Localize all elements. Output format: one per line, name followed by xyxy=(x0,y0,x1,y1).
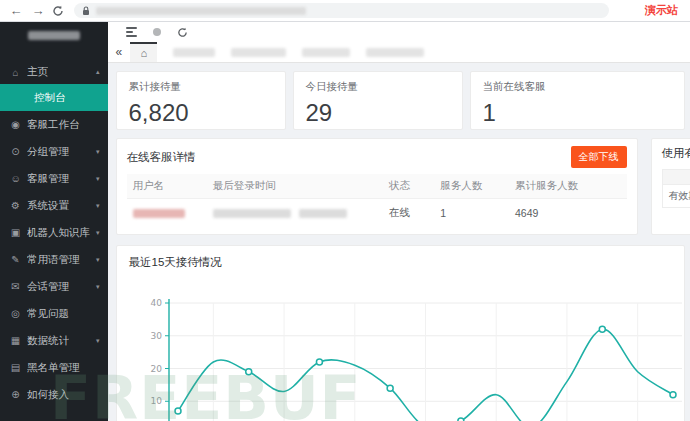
sidebar-item-workbench[interactable]: ◉ 客服工作台 xyxy=(0,111,108,138)
sidebar-item-label: 黑名单管理 xyxy=(27,361,80,375)
sidebar-item-label: 主页 xyxy=(27,65,48,79)
collapse-tabs-icon[interactable]: « xyxy=(112,45,127,59)
browser-back-icon[interactable]: ← xyxy=(8,4,24,17)
demo-site-badge: 演示站 xyxy=(645,3,682,18)
middle-row: 在线客服详情 全部下线 用户名 最后登录时间 状态 服务人数 累计服务人数 xyxy=(116,138,685,235)
validity-table-header xyxy=(663,170,690,185)
panel-title: 在线客服详情 xyxy=(127,150,196,165)
browser-toolbar: ← → 演示站 xyxy=(0,0,690,22)
validity-row-label: 有效期至 xyxy=(669,189,690,203)
padlock-icon xyxy=(82,6,90,16)
stat-card-total-reception: 累计接待量 6,820 xyxy=(116,71,286,130)
sidebar-item-home[interactable]: ⌂ 主页 ▴ xyxy=(0,60,108,84)
blurred-url xyxy=(96,7,306,15)
chevron-down-icon: ▾ xyxy=(96,283,100,291)
col-username: 用户名 xyxy=(127,174,207,199)
how-to-connect-icon: ⊕ xyxy=(10,389,21,400)
blurred-tabs[interactable] xyxy=(173,48,424,57)
offline-all-button[interactable]: 全部下线 xyxy=(571,146,627,168)
sidebar-item-phrases[interactable]: ✎ 常用语管理 ▾ xyxy=(0,246,108,273)
svg-text:40: 40 xyxy=(150,298,162,308)
sidebar-item-label: 常见问题 xyxy=(27,307,69,321)
sidebar-item-robot-knowledge[interactable]: ▣ 机器人知识库 ▾ xyxy=(0,219,108,246)
phrases-manage-icon: ✎ xyxy=(10,254,21,265)
stat-label: 当前在线客服 xyxy=(483,80,672,94)
sidebar-item-settings[interactable]: ⚙ 系统设置 ▾ xyxy=(0,192,108,219)
chevron-up-icon: ▴ xyxy=(96,68,100,76)
stat-value: 1 xyxy=(483,99,672,127)
blacklist-icon: ▤ xyxy=(10,362,21,373)
chevron-down-icon: ▾ xyxy=(96,148,100,156)
stat-card-online-agents: 当前在线客服 1 xyxy=(470,71,685,130)
group-manage-icon: ⊙ xyxy=(10,146,21,157)
browser-address-bar[interactable] xyxy=(74,3,609,18)
session-manage-icon: ✉ xyxy=(10,281,21,292)
settings-icon: ⚙ xyxy=(10,200,21,211)
stat-value: 29 xyxy=(306,99,450,127)
total-served-count: 4649 xyxy=(509,199,627,228)
sidebar-item-label: 分组管理 xyxy=(27,145,69,159)
sidebar-item-label: 机器人知识库 xyxy=(27,226,90,240)
statistics-icon: ▦ xyxy=(10,335,21,346)
home-icon: ⌂ xyxy=(10,67,21,78)
panel-title: 使用有效期 xyxy=(662,146,690,161)
stat-card-row: 累计接待量 6,820 今日接待量 29 当前在线客服 1 xyxy=(116,71,685,130)
table-row[interactable]: 在线 1 4649 xyxy=(127,199,627,228)
agent-manage-icon: ☺ xyxy=(10,173,21,184)
chevron-down-icon: ▾ xyxy=(96,175,100,183)
online-agents-panel: 在线客服详情 全部下线 用户名 最后登录时间 状态 服务人数 累计服务人数 xyxy=(116,138,638,235)
sidebar-item-group-manage[interactable]: ⊙ 分组管理 ▾ xyxy=(0,138,108,165)
sidebar-item-agent-manage[interactable]: ☺ 客服管理 ▾ xyxy=(0,165,108,192)
page-refresh-icon[interactable] xyxy=(177,27,188,38)
validity-table: 有效期至 xyxy=(662,169,690,208)
blurred-login-time xyxy=(299,209,347,218)
table-header-row: 用户名 最后登录时间 状态 服务人数 累计服务人数 xyxy=(127,174,627,199)
sidebar-subitem-label: 控制台 xyxy=(34,91,66,105)
sidebar-item-blacklist[interactable]: ▤ 黑名单管理 xyxy=(0,354,108,381)
stat-label: 今日接待量 xyxy=(306,80,450,94)
chevron-down-icon: ▾ xyxy=(96,337,100,345)
sidebar-subitem-console[interactable]: 控制台 xyxy=(0,84,108,111)
svg-text:20: 20 xyxy=(150,364,162,374)
chart-title: 最近15天接待情况 xyxy=(129,255,672,270)
sidebar-item-label: 会话管理 xyxy=(27,280,69,294)
svg-text:30: 30 xyxy=(150,331,162,341)
sidebar-item-statistics[interactable]: ▦ 数据统计 ▾ xyxy=(0,327,108,354)
sidebar-item-label: 客服工作台 xyxy=(27,118,80,132)
menu-lines-icon[interactable] xyxy=(126,27,137,37)
sidebar-item-label: 系统设置 xyxy=(27,199,69,213)
browser-refresh-icon[interactable] xyxy=(52,5,64,17)
tab-bar: « ⌂ xyxy=(108,42,690,63)
stat-value: 6,820 xyxy=(129,99,273,127)
robot-knowledge-icon: ▣ xyxy=(10,227,21,238)
main-area: « ⌂ 累计接待量 6,820 今日接待量 29 xyxy=(108,22,690,421)
sidebar: ⌂ 主页 ▴ 控制台 ◉ 客服工作台 ⊙ 分组管理 ▾ ☺ 客服管理 ▾ ⚙ 系… xyxy=(0,22,108,421)
reception-chart-panel: 最近15天接待情况 0102030402020-11-192020-11-212… xyxy=(116,245,685,421)
validity-panel: 使用有效期 有效期至 xyxy=(651,138,690,235)
col-serving-count: 服务人数 xyxy=(434,174,509,199)
serving-count: 1 xyxy=(434,199,509,228)
reception-chart[interactable]: 0102030402020-11-192020-11-212020-11-232… xyxy=(129,276,682,421)
blurred-tab-title xyxy=(302,48,350,57)
sidebar-logo xyxy=(0,22,108,48)
stat-card-today-reception: 今日接待量 29 xyxy=(293,71,463,130)
sidebar-item-faq[interactable]: ◎ 常见问题 xyxy=(0,300,108,327)
sidebar-item-how-to-connect[interactable]: ⊕ 如何接入 xyxy=(0,381,108,408)
sidebar-item-sessions[interactable]: ✉ 会话管理 ▾ xyxy=(0,273,108,300)
sidebar-item-label: 客服管理 xyxy=(27,172,69,186)
app-toolbar xyxy=(108,22,690,42)
svg-text:10: 10 xyxy=(150,396,162,406)
workbench-icon: ◉ xyxy=(10,119,21,130)
online-agents-table: 用户名 最后登录时间 状态 服务人数 累计服务人数 在线 xyxy=(127,174,627,227)
col-status: 状态 xyxy=(383,174,434,199)
dashboard-content: 累计接待量 6,820 今日接待量 29 当前在线客服 1 在线客服详情 全部 xyxy=(108,63,690,421)
chevron-down-icon: ▾ xyxy=(96,202,100,210)
blurred-tab-title xyxy=(173,48,215,57)
theme-dot-icon[interactable] xyxy=(153,28,161,36)
chevron-down-icon: ▾ xyxy=(96,256,100,264)
tab-home[interactable]: ⌂ xyxy=(130,42,157,62)
blurred-tab-title xyxy=(231,48,286,57)
stat-label: 累计接待量 xyxy=(129,80,273,94)
col-total-served: 累计服务人数 xyxy=(509,174,627,199)
browser-forward-icon[interactable]: → xyxy=(30,4,46,17)
